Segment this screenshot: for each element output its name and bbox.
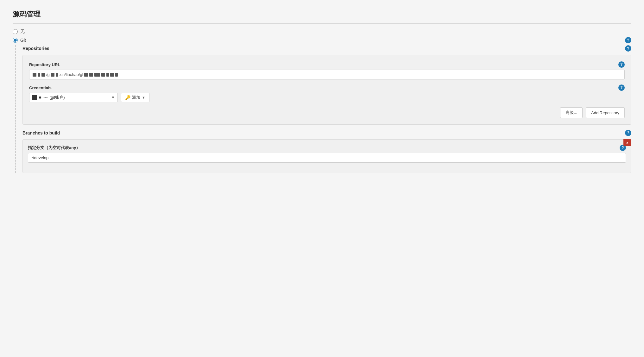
repository-url-label-row: Repository URL ? [29,61,625,68]
branches-label: Branches to build [22,130,60,135]
radio-none-label[interactable]: 无 [20,29,25,34]
repository-card: Repository URL ? /g .cn/liuchao/gl [22,55,631,125]
repository-url-input[interactable] [29,70,625,79]
credentials-field: Credentials ? ■ ····· (git账户) ▼ 🔑 [29,85,625,102]
branch-specify-label: 指定分支（为空时代表any） [28,145,80,151]
credentials-help-icon[interactable]: ? [618,85,625,91]
repositories-help-icon[interactable]: ? [625,45,631,52]
branches-header: Branches to build ? [22,130,631,136]
add-credentials-button[interactable]: 🔑 添加 ▼ [121,93,149,102]
add-repository-button[interactable]: Add Repository [586,107,625,118]
credentials-row: ■ ····· (git账户) ▼ 🔑 添加 ▼ [29,93,625,102]
radio-git-label[interactable]: Git [20,38,26,43]
repositories-header: Repositories ? [22,45,631,52]
repositories-label: Repositories [22,46,49,51]
git-help-icon[interactable]: ? [625,37,631,43]
branch-specify-label-row: 指定分支（为空时代表any） ? [28,145,626,151]
credentials-label-row: Credentials ? [29,85,625,91]
radio-none-group: 无 [13,29,631,34]
branch-specify-field: 指定分支（为空时代表any） ? [28,145,626,163]
page-container: 源码管理 无 Git ? Repositories ? Repository U… [0,0,644,357]
credentials-select[interactable]: ■ ····· (git账户) ▼ [29,93,118,102]
repository-url-help-icon[interactable]: ? [618,61,625,68]
repository-url-label: Repository URL [29,62,60,67]
branch-card: x 指定分支（为空时代表any） ? [22,139,631,173]
add-button-label: 添加 [132,95,140,100]
branches-section: Branches to build ? x 指定分支（为空时代表any） ? [22,130,631,173]
add-button-arrow-icon: ▼ [142,96,145,99]
page-title: 源码管理 [13,9,631,24]
select-arrow-icon: ▼ [111,95,115,100]
branch-input[interactable] [28,153,626,163]
radio-none[interactable] [13,29,18,34]
button-row: 高级... Add Repository [29,107,625,118]
credentials-label: Credentials [29,85,52,90]
advanced-button[interactable]: 高级... [560,107,583,118]
repository-url-field: Repository URL ? /g .cn/liuchao/gl [29,61,625,79]
cred-icon [32,95,37,100]
credentials-value: ■ ····· (git账户) [39,95,65,100]
credentials-select-inner: ■ ····· (git账户) [32,95,111,100]
branches-help-icon[interactable]: ? [625,130,631,136]
radio-git-left: Git [13,38,26,43]
git-section: Repositories ? Repository URL ? [15,45,631,173]
radio-git-row: Git ? [13,37,631,43]
delete-branch-button[interactable]: x [623,139,631,146]
key-icon: 🔑 [125,95,130,100]
radio-git[interactable] [13,38,18,43]
